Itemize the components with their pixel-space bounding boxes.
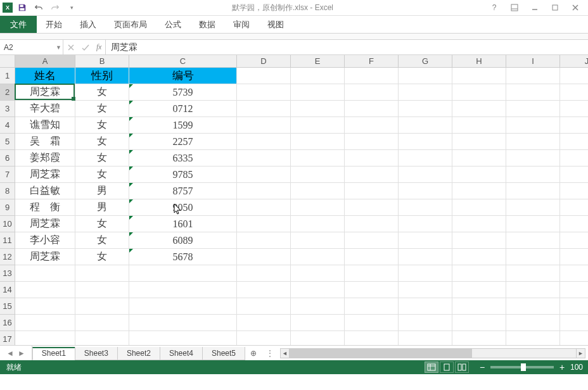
ribbon-tab[interactable]: 开始: [37, 16, 71, 33]
cell[interactable]: [129, 315, 237, 331]
column-header[interactable]: C: [129, 55, 237, 68]
column-header[interactable]: H: [452, 55, 506, 68]
cell[interactable]: [399, 101, 452, 117]
normal-view-icon[interactable]: [425, 362, 438, 373]
cell[interactable]: [129, 331, 237, 345]
cell[interactable]: [399, 84, 452, 101]
cell[interactable]: [506, 249, 560, 265]
ribbon-tab[interactable]: 数据: [190, 16, 224, 33]
cell[interactable]: [345, 68, 399, 84]
cell[interactable]: 女: [75, 101, 129, 117]
cell[interactable]: [399, 183, 452, 199]
cell[interactable]: [452, 199, 506, 216]
cell[interactable]: [452, 265, 506, 282]
cell[interactable]: [237, 315, 291, 331]
cell[interactable]: [506, 183, 560, 199]
cell[interactable]: [452, 249, 506, 265]
cell[interactable]: [129, 282, 237, 298]
cell[interactable]: 姓名: [15, 68, 75, 84]
row-header[interactable]: 5: [0, 134, 15, 150]
cell[interactable]: [237, 68, 291, 84]
cell[interactable]: [560, 216, 588, 232]
column-header[interactable]: D: [237, 55, 291, 68]
cell[interactable]: [291, 167, 345, 183]
cell[interactable]: [237, 265, 291, 282]
cell[interactable]: 白益敏: [15, 183, 75, 199]
cell[interactable]: [237, 183, 291, 199]
cell[interactable]: 姜郑霞: [15, 150, 75, 167]
cell[interactable]: 6335: [129, 150, 237, 167]
cell[interactable]: [399, 298, 452, 315]
row-header[interactable]: 16: [0, 315, 15, 331]
ribbon-tab[interactable]: 审阅: [224, 16, 259, 33]
fx-icon[interactable]: fx: [96, 42, 101, 52]
cell[interactable]: [345, 150, 399, 167]
cell[interactable]: [237, 134, 291, 150]
enter-icon[interactable]: [81, 44, 90, 51]
cell[interactable]: 周芝霖: [15, 216, 75, 232]
ribbon-tab[interactable]: 视图: [259, 16, 293, 33]
close-icon[interactable]: [568, 1, 583, 14]
cell[interactable]: [75, 298, 129, 315]
cell[interactable]: [15, 282, 75, 298]
cell[interactable]: [506, 331, 560, 345]
cell[interactable]: [291, 84, 345, 101]
cell[interactable]: 9050: [129, 199, 237, 216]
formula-input[interactable]: 周芝霖: [106, 40, 588, 54]
cell[interactable]: [506, 216, 560, 232]
column-header[interactable]: J: [560, 55, 588, 68]
cell[interactable]: [237, 331, 291, 345]
cell[interactable]: [560, 101, 588, 117]
cell[interactable]: [560, 183, 588, 199]
redo-icon[interactable]: [48, 1, 62, 15]
cell[interactable]: [291, 68, 345, 84]
cell[interactable]: [237, 282, 291, 298]
row-header[interactable]: 14: [0, 282, 15, 298]
cell[interactable]: 女: [75, 216, 129, 232]
cell[interactable]: [399, 315, 452, 331]
cell[interactable]: [291, 298, 345, 315]
spreadsheet-grid[interactable]: ABCDEFGHIJ 1234567891011121314151617 姓名性…: [0, 55, 588, 345]
row-header[interactable]: 11: [0, 232, 15, 249]
qat-customize-icon[interactable]: ▾: [65, 1, 79, 15]
cell[interactable]: 辛大碧: [15, 101, 75, 117]
cell[interactable]: [75, 282, 129, 298]
minimize-icon[interactable]: [527, 1, 542, 14]
cell[interactable]: [560, 331, 588, 345]
cell[interactable]: [129, 265, 237, 282]
cell[interactable]: 6089: [129, 232, 237, 249]
row-header[interactable]: 1: [0, 68, 15, 84]
cell[interactable]: [506, 167, 560, 183]
maximize-icon[interactable]: [547, 1, 563, 14]
row-header[interactable]: 4: [0, 117, 15, 134]
cell[interactable]: [345, 101, 399, 117]
sheet-resize-handle[interactable]: ⋮: [262, 349, 278, 358]
cell[interactable]: [506, 117, 560, 134]
cell[interactable]: [399, 232, 452, 249]
page-break-view-icon[interactable]: [455, 362, 469, 373]
cell[interactable]: [560, 150, 588, 167]
cell[interactable]: 8757: [129, 183, 237, 199]
cell[interactable]: [399, 216, 452, 232]
cell[interactable]: [399, 167, 452, 183]
cell[interactable]: [291, 150, 345, 167]
cell[interactable]: [345, 167, 399, 183]
cell[interactable]: [345, 249, 399, 265]
scrollbar-thumb[interactable]: [290, 349, 472, 358]
row-header[interactable]: 12: [0, 249, 15, 265]
cell[interactable]: 1601: [129, 216, 237, 232]
cell[interactable]: [506, 232, 560, 249]
cell[interactable]: [291, 265, 345, 282]
cell[interactable]: [345, 117, 399, 134]
cell[interactable]: [237, 167, 291, 183]
name-box-dropdown-icon[interactable]: ▼: [56, 44, 61, 51]
cell[interactable]: [15, 331, 75, 345]
column-header[interactable]: F: [345, 55, 399, 68]
cell[interactable]: [345, 282, 399, 298]
row-header[interactable]: 10: [0, 216, 15, 232]
row-header[interactable]: 2: [0, 84, 15, 101]
cell[interactable]: [506, 265, 560, 282]
cell[interactable]: [345, 134, 399, 150]
cell[interactable]: [15, 298, 75, 315]
cell[interactable]: [291, 232, 345, 249]
